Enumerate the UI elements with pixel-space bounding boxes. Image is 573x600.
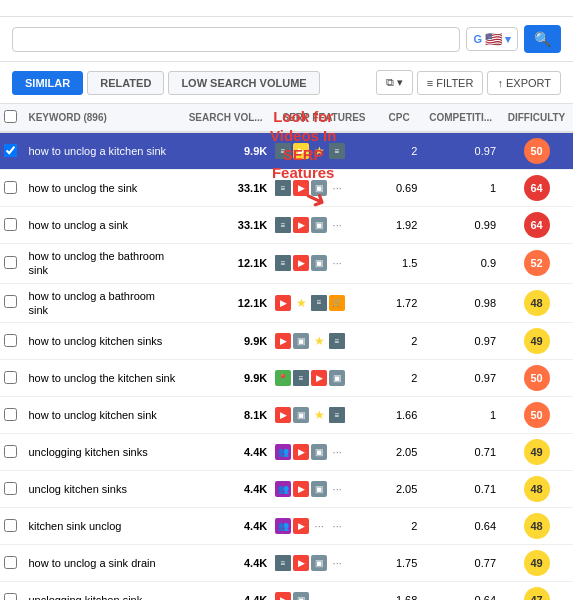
shopping-icon: 🛒 [329, 295, 345, 311]
serp-features-cell: ≡▶▣··· [271, 545, 377, 582]
more-icon: ··· [311, 592, 327, 600]
serp-features-cell: 📍≡▶▣ [271, 360, 377, 397]
col-competition: COMPETITI... [421, 104, 500, 132]
serp-features-cell: 👥▶▣··· [271, 434, 377, 471]
competition-cell: 0.99 [421, 207, 500, 244]
col-difficulty: DIFFICULTY [500, 104, 573, 132]
cpc-cell: 0.69 [377, 170, 421, 207]
search-volume-cell: 9.9K [180, 360, 271, 397]
row-checkbox[interactable] [4, 256, 17, 269]
text-icon: ≡ [329, 407, 345, 423]
row-checkbox[interactable] [4, 218, 17, 231]
row-checkbox[interactable] [4, 519, 17, 532]
google-badge[interactable]: G 🇺🇸 ▾ [466, 27, 518, 51]
cpc-cell: 2 [377, 323, 421, 360]
table-row: how to unclog the sink 33.1K ≡▶▣··· 0.69… [0, 170, 573, 207]
search-volume-cell: 4.4K [180, 434, 271, 471]
difficulty-cell: 50 [500, 132, 573, 170]
search-input[interactable] [21, 32, 443, 47]
difficulty-cell: 49 [500, 434, 573, 471]
export-button[interactable]: ↑ EXPORT [487, 71, 561, 95]
text-icon: ≡ [275, 217, 291, 233]
row-checkbox[interactable] [4, 445, 17, 458]
serp-features-cell: 👥▶▣··· [271, 471, 377, 508]
competition-cell: 0.71 [421, 471, 500, 508]
youtube-icon: ▶ [293, 555, 309, 571]
table-row: how to unclog a sink drain 4.4K ≡▶▣··· 1… [0, 545, 573, 582]
difficulty-cell: 50 [500, 397, 573, 434]
text-icon: ≡ [275, 180, 291, 196]
cpc-cell: 1.72 [377, 283, 421, 323]
tab-similar[interactable]: SIMILAR [12, 71, 83, 95]
row-checkbox[interactable] [4, 482, 17, 495]
more-icon: ··· [329, 180, 345, 196]
youtube-icon: ▶ [275, 295, 291, 311]
search-button[interactable]: 🔍 [524, 25, 561, 53]
competition-cell: 0.9 [421, 244, 500, 284]
breadcrumb [0, 0, 573, 17]
tab-low-search-volume[interactable]: LOW SEARCH VOLUME [168, 71, 319, 95]
cpc-cell: 2.05 [377, 471, 421, 508]
keyword-cell: unclog kitchen sinks [24, 471, 180, 508]
local-icon: 📍 [275, 370, 291, 386]
keyword-cell: unclogging kitchen sink [24, 582, 180, 600]
serp-features-cell: ≡▶▣··· [271, 170, 377, 207]
row-checkbox[interactable] [4, 295, 17, 308]
col-keyword: KEYWORD (896) [24, 104, 180, 132]
competition-cell: 0.71 [421, 434, 500, 471]
row-checkbox[interactable] [4, 334, 17, 347]
search-volume-cell: 8.1K [180, 397, 271, 434]
more-icon: ··· [311, 518, 327, 534]
keyword-cell: how to unclog a bathroom sink [24, 283, 180, 323]
youtube-icon: ▶ [293, 217, 309, 233]
copy-button[interactable]: ⧉ ▾ [376, 70, 413, 95]
serp-features-cell: 👥▶······ [271, 508, 377, 545]
search-volume-cell: 9.9K [180, 132, 271, 170]
keyword-cell: how to unclog a kitchen sink [24, 132, 180, 170]
flag-icon: 🇺🇸 [485, 31, 502, 47]
row-checkbox[interactable] [4, 556, 17, 569]
keyword-cell: how to unclog kitchen sink [24, 397, 180, 434]
cpc-cell: 1.66 [377, 397, 421, 434]
competition-cell: 1 [421, 397, 500, 434]
tab-related[interactable]: RELATED [87, 71, 164, 95]
star-icon: ★ [311, 143, 327, 159]
competition-cell: 1 [421, 170, 500, 207]
row-checkbox[interactable] [4, 144, 17, 157]
more-icon: ··· [329, 255, 345, 271]
text-icon: ≡ [311, 295, 327, 311]
keyword-table: KEYWORD (896) SEARCH VOL... SERP FEATURE… [0, 104, 573, 600]
table-row: how to unclog a bathroom sink 12.1K ▶★≡🛒… [0, 283, 573, 323]
more-icon: ··· [329, 592, 345, 600]
table-row: how to unclog kitchen sink 8.1K ▶▣★≡ 1.6… [0, 397, 573, 434]
competition-cell: 0.97 [421, 360, 500, 397]
youtube-icon: ▶ [293, 444, 309, 460]
image-icon: ▣ [311, 217, 327, 233]
keyword-cell: how to unclog a sink drain [24, 545, 180, 582]
search-bar: G 🇺🇸 ▾ 🔍 [0, 17, 573, 62]
table-row: kitchen sink unclog 4.4K 👥▶······ 2 0.64… [0, 508, 573, 545]
serp-features-cell: ▶▣★≡ [271, 397, 377, 434]
more-icon: ··· [329, 217, 345, 233]
search-volume-cell: 33.1K [180, 207, 271, 244]
image-icon: ▣ [293, 333, 309, 349]
youtube-icon: ▶ [293, 143, 309, 159]
difficulty-cell: 50 [500, 360, 573, 397]
row-checkbox[interactable] [4, 371, 17, 384]
filter-button[interactable]: ≡ FILTER [417, 71, 484, 95]
row-checkbox[interactable] [4, 593, 17, 600]
google-icon: G [473, 33, 482, 45]
tabs-bar: SIMILAR RELATED LOW SEARCH VOLUME ⧉ ▾ ≡ … [0, 62, 573, 104]
cpc-cell: 2 [377, 132, 421, 170]
row-checkbox[interactable] [4, 408, 17, 421]
table-row: how to unclog a kitchen sink 9.9K ≡▶★≡ 2… [0, 132, 573, 170]
youtube-icon: ▶ [311, 370, 327, 386]
select-all-checkbox[interactable] [4, 110, 17, 123]
difficulty-cell: 52 [500, 244, 573, 284]
youtube-icon: ▶ [275, 407, 291, 423]
cpc-cell: 1.92 [377, 207, 421, 244]
serp-features-cell: ≡▶▣··· [271, 207, 377, 244]
col-serp-features: SERP FEATURES [271, 104, 377, 132]
row-checkbox[interactable] [4, 181, 17, 194]
cpc-cell: 1.68 [377, 582, 421, 600]
